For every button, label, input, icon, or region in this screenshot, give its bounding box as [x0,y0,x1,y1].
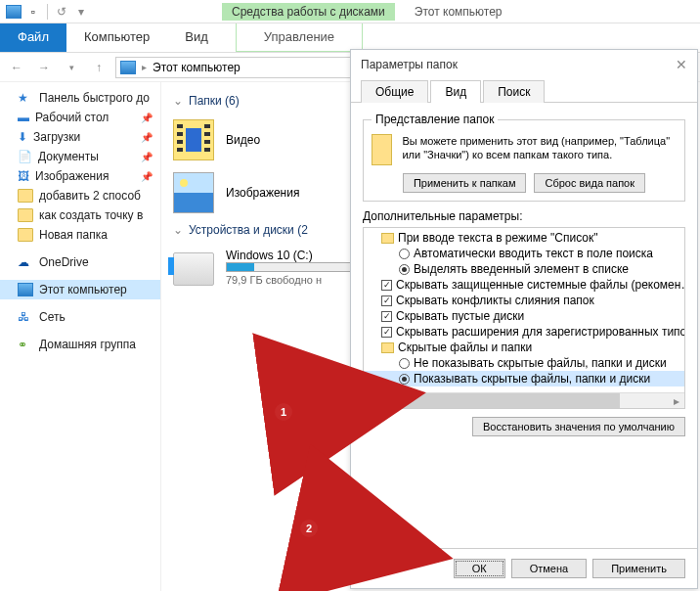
nav-downloads[interactable]: ⬇Загрузки📌 [0,127,160,147]
nav-this-pc[interactable]: Этот компьютер [0,280,160,299]
window-title: Этот компьютер [415,5,503,19]
desktop-icon: ▬ [18,111,29,124]
tab-view[interactable]: Вид [430,80,481,103]
representation-text: Вы можете применить этот вид (например, … [402,134,677,165]
video-folder-icon [173,119,214,160]
recent-dropdown[interactable]: ▾ [61,57,82,78]
pin-icon: 📌 [141,132,153,143]
document-icon: 📄 [18,150,32,163]
ribbon-file[interactable]: Файл [0,23,66,52]
properties-icon[interactable]: ▫ [25,4,41,20]
tree-chk-hide-merge[interactable]: Скрывать конфликты слияния папок [364,293,684,308]
group-legend: Представление папок [372,113,498,126]
nav-documents[interactable]: 📄Документы📌 [0,147,160,166]
nav-pane: ★Панель быстрого до ▬Рабочий стол📌 ⬇Загр… [0,82,161,591]
pc-icon [18,283,33,296]
ribbon-manage[interactable]: Управление [236,23,363,52]
nav-folder-add2[interactable]: добавить 2 способ [0,186,160,205]
titlebar: ▫ ↺ ▾ Средства работы с дисками Этот ком… [0,0,700,23]
restore-defaults-button[interactable]: Восстановить значения по умолчанию [472,417,685,436]
tree-group-list-typing: При вводе текста в режиме "Список" [364,230,684,246]
picture-folder-icon [173,172,214,213]
annotation-badge-2: 2 [300,520,318,537]
cancel-button[interactable]: Отмена [511,559,587,578]
checkbox-checked-icon [381,296,392,306]
network-icon: 🖧 [18,310,33,324]
reset-folders-button[interactable]: Сброс вида папок [534,173,645,193]
dialog-title: Параметры папок [361,58,458,71]
advanced-settings-tree[interactable]: При вводе текста в режиме "Список" Автом… [363,227,685,409]
download-icon: ⬇ [18,130,27,144]
folder-icon [18,208,33,222]
pc-icon [6,4,22,20]
folder-representation-group: Представление папок Вы можете применить … [363,113,685,202]
nav-desktop[interactable]: ▬Рабочий стол📌 [0,108,160,127]
tab-general[interactable]: Общие [361,80,428,103]
pin-icon: 📌 [141,171,153,182]
apply-button[interactable]: Применить [592,559,685,578]
tree-chk-hide-empty[interactable]: Скрывать пустые диски [364,308,684,324]
pin-icon: 📌 [141,113,153,123]
nav-pictures[interactable]: 🖼Изображения📌 [0,166,160,186]
picture-icon: 🖼 [18,169,29,183]
drive-icon [173,252,214,286]
ribbon-view[interactable]: Вид [167,23,226,52]
folder-icon [18,189,33,203]
folder-icon [381,342,394,353]
chevron-down-icon: ⌄ [173,223,183,237]
nav-onedrive[interactable]: ☁OneDrive [0,252,160,272]
radio-icon [399,358,410,369]
tree-radio-auto-search[interactable]: Автоматически вводить текст в поле поиск… [364,246,684,261]
breadcrumb-location[interactable]: Этот компьютер [153,61,241,74]
folder-options-dialog: Параметры папок ✕ Общие Вид Поиск Предст… [350,49,698,589]
folder-icon [372,134,392,165]
quick-access-toolbar: ▫ ↺ ▾ [0,4,95,20]
tree-chk-hide-protected[interactable]: Скрывать защищенные системные файлы (рек… [364,277,684,293]
contextual-tab[interactable]: Средства работы с дисками [222,3,395,21]
star-icon: ★ [18,91,33,105]
cloud-icon: ☁ [18,255,33,269]
nav-quick-access[interactable]: ★Панель быстрого до [0,88,160,108]
advanced-label: Дополнительные параметры: [363,209,685,223]
nav-network[interactable]: 🖧Сеть [0,307,160,327]
folder-icon [18,228,33,242]
radio-checked-icon [399,374,410,385]
up-button[interactable]: ↑ [88,57,109,78]
checkbox-checked-icon [381,280,392,291]
pin-icon: 📌 [141,152,153,162]
drive-usage-bar [226,262,353,272]
ok-button[interactable]: ОК [454,559,505,578]
annotation-badge-1: 1 [275,403,292,421]
tree-group-hidden: Скрытые файлы и папки [364,340,684,355]
folder-icon [381,233,394,244]
tree-chk-hide-ext[interactable]: Скрывать расширения для зарегистрированн… [364,324,684,340]
nav-folder-howto[interactable]: как создать точку в [0,205,160,225]
apply-to-folders-button[interactable]: Применить к папкам [403,173,527,193]
tree-radio-show-hidden[interactable]: Показывать скрытые файлы, папки и диски [364,371,684,386]
close-button[interactable]: ✕ [676,57,687,72]
horizontal-scrollbar[interactable]: ◂▸ [364,392,684,408]
back-button[interactable]: ← [6,57,27,78]
dialog-footer: ОК Отмена Применить [351,548,697,588]
qat-dropdown-icon[interactable]: ▾ [73,4,89,20]
dialog-titlebar[interactable]: Параметры папок ✕ [351,50,697,79]
homegroup-icon: ⚭ [18,338,33,351]
chevron-down-icon: ⌄ [173,94,183,108]
nav-folder-new[interactable]: Новая папка [0,225,160,245]
tree-radio-select-item[interactable]: Выделять введенный элемент в списке [364,261,684,277]
forward-button[interactable]: → [33,57,55,78]
tab-search[interactable]: Поиск [483,80,545,103]
radio-icon [399,249,410,259]
undo-icon[interactable]: ↺ [54,4,69,20]
radio-checked-icon [399,264,410,275]
checkbox-checked-icon [381,327,392,338]
checkbox-checked-icon [381,311,392,322]
nav-homegroup[interactable]: ⚭Домашняя группа [0,335,160,354]
pc-icon [120,61,136,74]
ribbon-computer[interactable]: Компьютер [66,23,167,52]
dialog-tabs: Общие Вид Поиск [351,79,697,103]
tree-radio-hide-hidden[interactable]: Не показывать скрытые файлы, папки и дис… [364,355,684,371]
